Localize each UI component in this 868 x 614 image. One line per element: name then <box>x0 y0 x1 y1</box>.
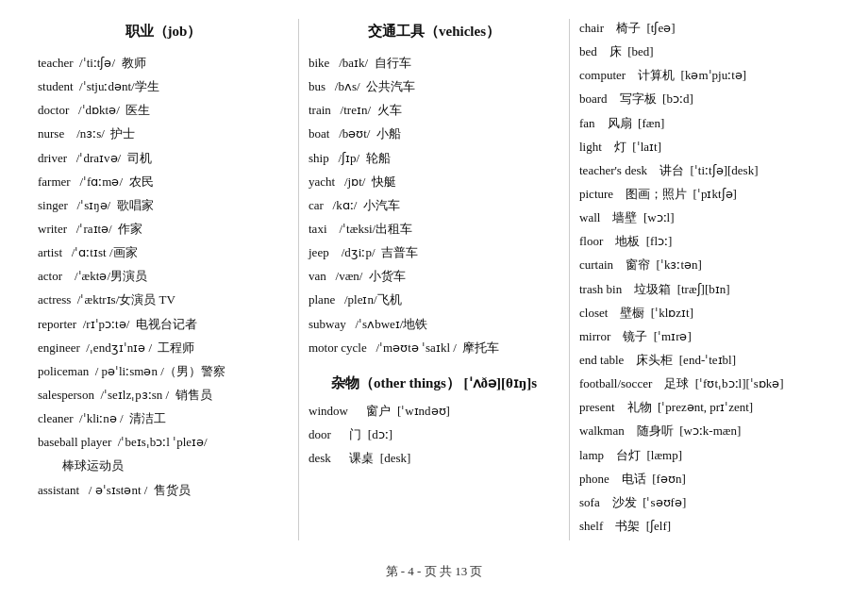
list-item: reporter /rɪˈpɔːtə/ 电视台记者 <box>38 315 289 334</box>
list-item: light 灯 [ˈlaɪt] <box>579 138 830 157</box>
col-classroom: chair 椅子 [tʃeə]bed 床 [bed]computer 计算机 [… <box>570 19 840 540</box>
list-item: taxi /ˈtæksi/出租车 <box>309 220 559 239</box>
list-item: actor /ˈæktə/男演员 <box>38 267 289 286</box>
list-item: singer /ˈsɪŋə/ 歌唱家 <box>38 196 289 215</box>
list-item: chair 椅子 [tʃeə] <box>579 19 830 38</box>
list-item: driver /ˈdraɪvə/ 司机 <box>38 149 289 168</box>
col-vehicles: 交通工具（vehicles） bike /baɪk/ 自行车bus /bʌs/ … <box>299 19 570 540</box>
list-item: football/soccer 足球 [ˈfʊtˌbɔːl][ˈsɒkə] <box>579 374 830 393</box>
list-item: shelf 书架 [ʃelf] <box>579 517 830 536</box>
list-item: boat /bəʊt/ 小船 <box>309 124 559 143</box>
list-item: train /treɪn/ 火车 <box>309 101 559 120</box>
list-item: window 窗户 [ˈwɪndəʊ] <box>309 402 559 421</box>
list-item: bed 床 [bed] <box>579 42 830 61</box>
list-item: doctor /ˈdɒktə/ 医生 <box>38 101 289 120</box>
col2-items: bike /baɪk/ 自行车bus /bʌs/ 公共汽车train /treɪ… <box>309 54 559 357</box>
col2-header: 交通工具（vehicles） <box>309 23 559 41</box>
list-item: farmer /ˈfɑːmə/ 农民 <box>38 173 289 191</box>
list-item: 棒球运动员 <box>38 456 289 475</box>
list-item: present 礼物 [ˈprezənt, prɪˈzent] <box>579 398 830 417</box>
columns: 职业（job） teacher /ˈtiːtʃə/ 教师student /ˈst… <box>28 19 840 540</box>
list-item: bike /baɪk/ 自行车 <box>309 54 559 73</box>
list-item: jeep /dʒiːp/ 吉普车 <box>309 243 559 262</box>
list-item: writer /ˈraɪtə/ 作家 <box>38 220 289 239</box>
list-item: cleaner /ˈkliːnə / 清洁工 <box>38 409 289 428</box>
list-item: subway /ˈsʌbweɪ/地铁 <box>309 315 559 334</box>
list-item: walkman 随身听 [wɔːk-mæn] <box>579 422 830 440</box>
list-item: assistant / əˈsɪstənt / 售货员 <box>38 481 289 500</box>
list-item: baseball player /ˈbeɪsˌbɔːl ˈpleɪə/ <box>38 433 289 452</box>
list-item: motor cycle /ˈməʊtə ˈsaɪkl / 摩托车 <box>309 339 559 357</box>
list-item: salesperson /ˈseɪlzˌpɜːsn / 销售员 <box>38 386 289 405</box>
list-item: curtain 窗帘 [ˈkɜːtən] <box>579 256 830 274</box>
col1-items: teacher /ˈtiːtʃə/ 教师student /ˈstjuːdənt/… <box>38 54 289 500</box>
list-item: van /væn/ 小货车 <box>309 267 559 286</box>
list-item: fan 风扇 [fæn] <box>579 114 830 133</box>
list-item: trash bin 垃圾箱 [træʃ][bɪn] <box>579 280 830 299</box>
col2-section2-header: 杂物（other things） [ˈʌðə][θɪŋ]s <box>309 374 559 392</box>
list-item: car /kɑː/ 小汽车 <box>309 196 559 215</box>
col-jobs: 职业（job） teacher /ˈtiːtʃə/ 教师student /ˈst… <box>28 19 299 540</box>
list-item: closet 壁橱 [ˈklɒzɪt] <box>579 304 830 323</box>
col1-header: 职业（job） <box>38 23 289 41</box>
col2-section2-items: window 窗户 [ˈwɪndəʊ]door 门 [dɔː]desk 课桌 [… <box>309 402 559 468</box>
list-item: plane /pleɪn/飞机 <box>309 290 559 309</box>
list-item: teacher's desk 讲台 [ˈtiːtʃə][desk] <box>579 161 830 180</box>
list-item: ship /ʃɪp/ 轮船 <box>309 149 559 168</box>
page: 职业（job） teacher /ˈtiːtʃə/ 教师student /ˈst… <box>28 19 840 580</box>
list-item: actress /ˈæktrɪs/女演员 TV <box>38 290 289 309</box>
list-item: nurse /nɜːs/ 护士 <box>38 124 289 143</box>
list-item: wall 墙壁 [wɔːl] <box>579 208 830 227</box>
list-item: board 写字板 [bɔːd] <box>579 90 830 108</box>
list-item: engineer /ˌendʒɪˈnɪə / 工程师 <box>38 339 289 357</box>
list-item: teacher /ˈtiːtʃə/ 教师 <box>38 54 289 73</box>
list-item: door 门 [dɔː] <box>309 425 559 444</box>
list-item: lamp 台灯 [læmp] <box>579 446 830 465</box>
list-item: computer 计算机 [kəmˈpjuːtə] <box>579 66 830 85</box>
list-item: bus /bʌs/ 公共汽车 <box>309 77 559 96</box>
list-item: phone 电话 [fəʊn] <box>579 470 830 489</box>
list-item: mirror 镜子 [ˈmɪrə] <box>579 327 830 346</box>
list-item: end table 床头柜 [end-ˈteɪbl] <box>579 351 830 370</box>
list-item: artist /ˈɑːtɪst /画家 <box>38 243 289 262</box>
list-item: picture 图画；照片 [ˈpɪktʃə] <box>579 185 830 204</box>
list-item: policeman / pəˈliːsmən /（男）警察 <box>38 362 289 381</box>
list-item: sofa 沙发 [ˈsəʊfə] <box>579 493 830 512</box>
list-item: floor 地板 [flɔː] <box>579 232 830 251</box>
list-item: student /ˈstjuːdənt/学生 <box>38 77 289 96</box>
col3-items: chair 椅子 [tʃeə]bed 床 [bed]computer 计算机 [… <box>579 19 830 536</box>
footer: 第 - 4 - 页 共 13 页 <box>28 563 840 580</box>
list-item: yacht /jɒt/ 快艇 <box>309 173 559 191</box>
list-item: desk 课桌 [desk] <box>309 449 559 468</box>
